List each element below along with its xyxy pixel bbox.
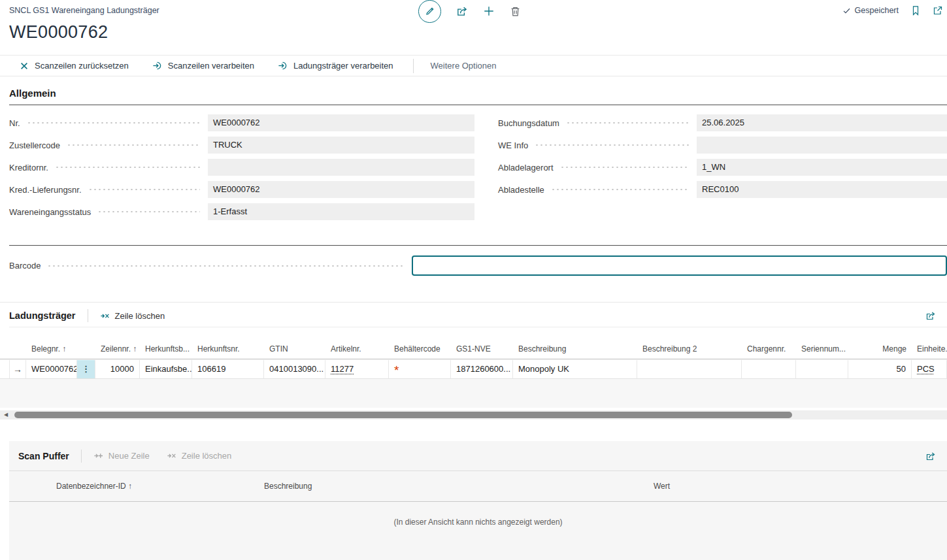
dotted-leader	[560, 167, 689, 168]
delete-row-icon	[167, 451, 176, 461]
field-value-kreditornr[interactable]	[208, 159, 474, 176]
carriers-delete-line-button[interactable]: Zeile löschen	[100, 311, 165, 321]
scan-buffer-grid-header: Datenbezeichner-ID ↑ Beschreibung Wert	[9, 471, 947, 502]
field-label: WE Info	[498, 140, 528, 150]
required-asterisk[interactable]: *	[394, 363, 399, 377]
field-kred-lieferungsnr: Kred.-Lieferungsnr. WE0000762	[9, 181, 474, 198]
current-row-arrow-icon: →	[9, 360, 26, 378]
field-wareneingangsstatus: Wareneingangsstatus 1-Erfasst	[9, 203, 474, 220]
delete-button[interactable]	[510, 6, 521, 17]
cell-herkunftsbeleg[interactable]: Einkaufsbe...	[140, 360, 192, 378]
new-button[interactable]	[483, 5, 495, 17]
topbar-right: Gespeichert	[842, 0, 943, 21]
dotted-leader	[47, 265, 404, 267]
action-bar-divider	[413, 59, 414, 73]
scan-buffer-heading[interactable]: Scan Puffer	[18, 451, 69, 461]
general-fields-right: Buchungsdatum 25.06.2025 WE Info Abladel…	[498, 114, 947, 203]
carriers-heading[interactable]: Ladungsträger	[9, 310, 76, 321]
carriers-section-border	[0, 302, 947, 303]
barcode-label: Barcode	[9, 261, 41, 271]
cell-einheit[interactable]: PCS	[912, 360, 947, 378]
page-title: WE0000762	[9, 22, 108, 42]
field-value-zustellercode[interactable]: TRUCK	[208, 137, 474, 154]
artikelnr-drilldown-link[interactable]: 11277	[331, 364, 354, 374]
field-value-abladestelle[interactable]: REC0100	[697, 181, 947, 198]
column-zeilennr[interactable]: Zeilennr. ↑	[95, 344, 140, 354]
cell-belegnr[interactable]: WE0000762	[26, 360, 77, 378]
action-process-carriers[interactable]: Ladungsträger verarbeiten	[278, 61, 393, 71]
einheit-drilldown-link[interactable]: PCS	[917, 364, 935, 374]
column-beschreibung[interactable]: Beschreibung	[513, 344, 637, 354]
carriers-part-header: Ladungsträger Zeile löschen	[9, 306, 936, 325]
field-label: Wareneingangsstatus	[9, 207, 91, 217]
field-value-wareneingangsstatus[interactable]: 1-Erfasst	[208, 203, 474, 220]
field-value-kred-lieferungsnr[interactable]: WE0000762	[208, 181, 474, 198]
field-value-buchungsdatum[interactable]: 25.06.2025	[697, 114, 947, 131]
share-button[interactable]	[456, 5, 468, 17]
open-in-new-window-icon[interactable]	[933, 5, 943, 16]
column-behaeltercode[interactable]: Behältercode	[389, 344, 451, 354]
part-header-divider	[81, 450, 82, 463]
cell-artikelnr[interactable]: 11277	[325, 360, 389, 378]
cell-zeilennr[interactable]: 10000	[95, 360, 140, 378]
scan-buffer-share-icon[interactable]	[925, 451, 936, 461]
column-gtin[interactable]: GTIN	[264, 344, 325, 354]
field-label: Abladestelle	[498, 185, 544, 195]
bookmark-icon[interactable]	[910, 5, 921, 16]
field-label: Zustellercode	[9, 140, 60, 150]
column-gs1-nve[interactable]: GS1-NVE	[451, 344, 513, 354]
column-herkunftsbeleg[interactable]: Herkunftsb...	[140, 344, 192, 354]
breadcrumb[interactable]: SNCL GS1 Wareneingang Ladungsträger	[9, 0, 159, 21]
cell-herkunftsnr[interactable]: 106619	[192, 360, 264, 378]
horizontal-scrollbar[interactable]: ◀	[0, 410, 947, 420]
pencil-icon	[425, 6, 435, 16]
column-einheit[interactable]: Einheite...	[912, 344, 947, 354]
column-belegnr[interactable]: Belegnr. ↑	[26, 344, 77, 354]
action-process-scan-lines[interactable]: Scanzeilen verarbeiten	[152, 61, 254, 71]
more-options-button[interactable]: Weitere Optionen	[431, 61, 497, 71]
cell-beschreibung-2[interactable]	[637, 360, 742, 378]
cell-seriennr[interactable]	[796, 360, 848, 378]
action-label: Scanzeilen verarbeiten	[168, 61, 254, 71]
row-options-icon[interactable]: ⋮	[77, 360, 95, 378]
action-reset-scan-lines[interactable]: Scanzeilen zurücksetzen	[20, 61, 129, 71]
process-arrow-icon	[152, 61, 162, 71]
field-zustellercode: Zustellercode TRUCK	[9, 137, 474, 154]
field-value-abladelagerort[interactable]: 1_WN	[697, 159, 947, 176]
section-heading-allgemein[interactable]: Allgemein	[9, 88, 947, 105]
edit-button[interactable]	[418, 0, 441, 23]
empty-view-message: (In dieser Ansicht kann nichts angezeigt…	[9, 502, 947, 527]
barcode-input[interactable]	[412, 255, 947, 276]
column-artikelnr[interactable]: Artikelnr.	[325, 344, 389, 354]
action-label: Zeile löschen	[115, 311, 165, 321]
column-menge[interactable]: Menge	[848, 344, 912, 354]
saved-label: Gespeichert	[855, 6, 899, 15]
cell-beschreibung[interactable]: Monopoly UK	[513, 360, 637, 378]
column-beschreibung[interactable]: Beschreibung	[264, 482, 654, 491]
column-beschreibung-2[interactable]: Beschreibung 2	[637, 344, 742, 354]
dotted-leader	[67, 144, 200, 146]
scrollbar-thumb[interactable]	[14, 412, 792, 418]
cell-gtin[interactable]: 0410013090...	[264, 360, 325, 378]
column-wert[interactable]: Wert	[654, 482, 947, 491]
field-value-nr[interactable]: WE0000762	[208, 114, 474, 131]
cell-gs1-nve[interactable]: 1871260600...	[451, 360, 513, 378]
cell-menge[interactable]: 50	[848, 360, 912, 378]
carriers-share-icon[interactable]	[925, 310, 936, 321]
dotted-leader	[535, 144, 689, 146]
top-bar: SNCL GS1 Wareneingang Ladungsträger	[0, 0, 947, 21]
field-value-we-info[interactable]	[697, 137, 947, 154]
grid-empty-area	[0, 379, 947, 408]
scan-buffer-delete-line-button[interactable]: Zeile löschen	[167, 451, 232, 461]
column-chargennr[interactable]: Chargennr.	[742, 344, 796, 354]
cell-chargennr[interactable]	[742, 360, 796, 378]
field-we-info: WE Info	[498, 137, 947, 154]
column-datenbezeichner-id[interactable]: Datenbezeichner-ID ↑	[9, 482, 264, 491]
field-kreditornr: Kreditornr.	[9, 159, 474, 176]
column-herkunftsnr[interactable]: Herkunftsnr.	[192, 344, 264, 354]
cell-behaeltercode[interactable]: *	[389, 360, 451, 378]
scrollbar-left-arrow-icon[interactable]: ◀	[4, 410, 8, 420]
column-seriennr[interactable]: Seriennum...	[796, 344, 848, 354]
scan-buffer-new-line-button[interactable]: Neue Zeile	[93, 451, 150, 461]
part-header-line	[9, 327, 947, 327]
